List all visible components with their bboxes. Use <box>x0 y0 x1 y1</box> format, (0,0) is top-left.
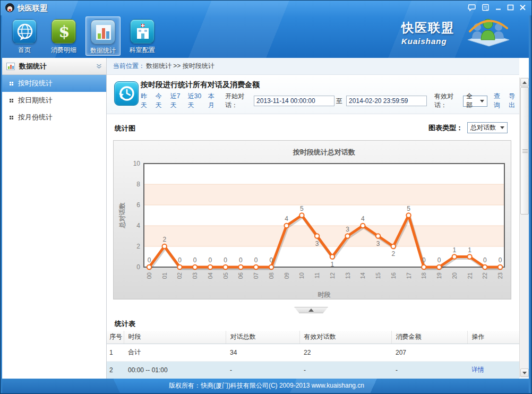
svg-text:22: 22 <box>482 272 488 279</box>
svg-text:0: 0 <box>422 256 426 264</box>
scrollbar-thumb[interactable] <box>520 87 529 215</box>
arrow-down-icon <box>522 372 527 374</box>
svg-text:19: 19 <box>436 272 442 279</box>
toolbar-item-4[interactable]: 科室配置 <box>125 16 160 56</box>
start-date-input[interactable] <box>254 96 334 106</box>
window-frame-left <box>1 15 2 394</box>
table-cell: - <box>391 361 467 379</box>
table-cell: 34 <box>226 344 299 361</box>
scroll-up-button[interactable] <box>520 78 529 87</box>
line-chart: 按时段统计总对话数0246810总对话数00010203040506070809… <box>114 141 511 301</box>
svg-text:6: 6 <box>136 201 140 209</box>
svg-text:0: 0 <box>239 256 243 264</box>
svg-text:1: 1 <box>452 246 456 254</box>
chart-section-heading: 统计图 <box>115 124 135 133</box>
brand-logo: 快医联盟 Kuaishang <box>401 20 454 46</box>
svg-text:16: 16 <box>390 272 397 279</box>
grid-bullet-icon <box>10 99 13 102</box>
table-cell: 2 <box>107 361 124 379</box>
quick-range-4[interactable]: 近30天 <box>188 92 203 110</box>
toolbar-item-1[interactable]: 首页 <box>7 16 42 56</box>
valid-dialog-selected: 全部 <box>466 92 475 110</box>
message-icon[interactable] <box>468 4 476 11</box>
table-cell: 合计 <box>124 344 226 361</box>
start-label: 开始对话： <box>225 92 252 110</box>
svg-text:03: 03 <box>192 272 198 279</box>
breadcrumb-prefix: 当前位置： <box>113 62 145 71</box>
globe-icon <box>12 19 37 44</box>
chart-type-label: 图表类型： <box>428 123 463 133</box>
svg-text:15: 15 <box>375 272 381 279</box>
end-date-input[interactable] <box>346 96 427 106</box>
svg-text:06: 06 <box>237 272 244 279</box>
svg-text:02: 02 <box>176 272 183 279</box>
svg-text:5: 5 <box>300 205 304 212</box>
toolbar-item-3[interactable]: 数据统计 <box>85 16 121 56</box>
svg-text:13: 13 <box>345 272 351 279</box>
quick-range-3[interactable]: 近7天 <box>170 92 183 110</box>
svg-text:0: 0 <box>483 256 487 264</box>
sidebar-item-2[interactable]: 按日期统计 <box>2 92 106 109</box>
maximize-icon[interactable] <box>507 4 514 11</box>
svg-text:8: 8 <box>136 181 140 188</box>
svg-text:12: 12 <box>329 272 336 279</box>
sidebar-header[interactable]: 数据统计 <box>2 58 106 75</box>
svg-text:0: 0 <box>193 256 197 264</box>
svg-text:11: 11 <box>314 272 320 278</box>
dollar-icon: $ <box>52 19 76 44</box>
detail-link[interactable]: 详情 <box>471 366 484 373</box>
svg-text:21: 21 <box>467 272 473 279</box>
sidebar-item-3[interactable]: 按月份统计 <box>2 109 106 126</box>
export-button[interactable]: 导出 <box>509 92 519 110</box>
quick-range-2[interactable]: 今天 <box>156 92 166 110</box>
notes-icon[interactable] <box>482 4 490 11</box>
scroll-down-button[interactable] <box>520 369 529 377</box>
people-group-icon <box>461 15 514 48</box>
svg-text:0: 0 <box>254 256 258 264</box>
svg-text:0: 0 <box>270 256 273 264</box>
breadcrumb-path: 数据统计 >> 按时段统计 <box>146 62 214 71</box>
chart-type-select[interactable]: 总对话数 <box>467 122 508 133</box>
copyright-text: 版权所有：快商(厦门)科技有限公司(C) 2009-2013 www.kuais… <box>169 381 364 390</box>
bar-chart-icon <box>6 63 15 70</box>
column-header-4: 有效对话数 <box>299 331 391 344</box>
close-icon[interactable] <box>519 4 526 11</box>
title-bar: 快医联盟 <box>1 1 532 15</box>
app-window: 快医联盟 首页$消费明细数据统计科室配置 快医联盟 Kuaishang <box>0 0 532 394</box>
column-header-5: 消费金额 <box>391 331 467 344</box>
quick-range-1[interactable]: 昨天 <box>141 92 151 110</box>
collapse-arrow-icon <box>308 309 314 312</box>
svg-text:1: 1 <box>468 246 471 254</box>
window-frame-right <box>529 15 532 394</box>
minimize-icon[interactable] <box>495 4 502 11</box>
chevron-down-icon <box>500 126 504 129</box>
svg-text:0: 0 <box>437 256 441 264</box>
valid-dialog-select[interactable]: 全部 <box>463 96 487 107</box>
chevron-double-down-icon[interactable] <box>96 64 102 69</box>
table-cell: 详情 <box>467 361 519 379</box>
footer-bar: 版权所有：快商(厦门)科技有限公司(C) 2009-2013 www.kuais… <box>2 379 531 393</box>
svg-text:01: 01 <box>161 272 168 279</box>
toolbar-item-2[interactable]: $消费明细 <box>46 16 81 56</box>
between-label: 至 <box>336 97 342 106</box>
bar-chart-icon <box>91 20 115 44</box>
sidebar-item-1[interactable]: 按时段统计 <box>2 75 106 92</box>
table-cell: 22 <box>299 344 391 361</box>
svg-text:00: 00 <box>146 272 152 279</box>
chevron-down-icon <box>480 100 484 102</box>
svg-text:10: 10 <box>133 160 141 167</box>
chart-type-control: 图表类型： 总对话数 <box>428 122 508 133</box>
window-controls <box>468 4 526 11</box>
svg-text:2: 2 <box>162 236 166 243</box>
hospital-icon <box>130 19 155 44</box>
query-button[interactable]: 查询 <box>494 92 504 110</box>
toolbar-item-label: 科室配置 <box>130 46 155 55</box>
vertical-scrollbar[interactable] <box>519 78 529 378</box>
quick-range-5[interactable]: 本月 <box>208 92 218 110</box>
svg-text:08: 08 <box>268 272 274 279</box>
svg-text:0: 0 <box>224 256 227 264</box>
svg-text:总对话数: 总对话数 <box>118 202 126 229</box>
toolbar-item-label: 数据统计 <box>90 46 116 55</box>
svg-text:07: 07 <box>253 272 259 279</box>
collapse-chart-button[interactable] <box>294 307 328 313</box>
